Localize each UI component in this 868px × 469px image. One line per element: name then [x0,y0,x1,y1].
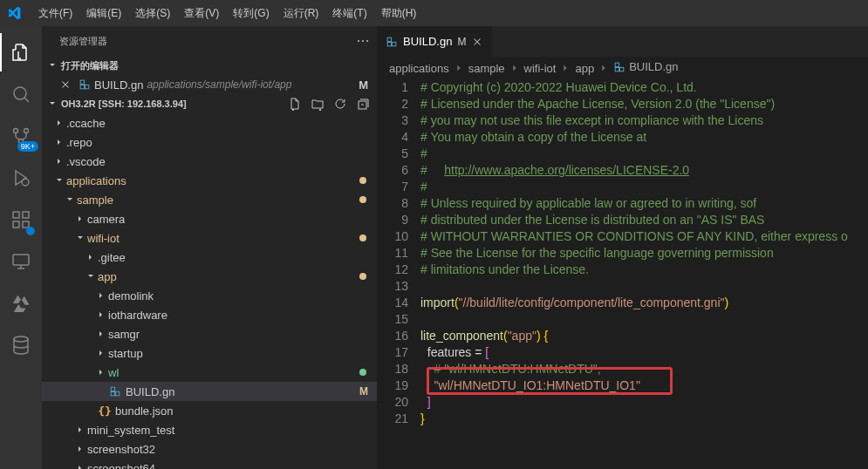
svg-rect-21 [387,37,391,41]
tree-item[interactable]: .gitee [42,248,377,267]
menu-item[interactable]: 运行(R) [277,3,326,24]
activity-bar: 9K+ [0,26,42,469]
line-gutter: 123456789101112131415161718192021 [377,79,420,469]
svg-point-13 [366,40,368,42]
scm-badge: 9K+ [17,141,38,152]
svg-point-10 [14,336,28,342]
tree-item[interactable]: .ccache [42,113,377,133]
svg-rect-16 [80,85,84,88]
tab-build-gn[interactable]: BUILD.gn M [377,26,493,57]
tree-item[interactable]: .vscode [42,152,377,171]
open-editor-item[interactable]: BUILD.gn applications/sample/wifi-iot/ap… [42,75,377,94]
new-file-icon[interactable] [288,97,302,111]
workspace-section[interactable]: OH3.2R [SSH: 192.168.3.94] [42,94,377,113]
menu-item[interactable]: 帮助(H) [374,3,424,24]
tree-item[interactable]: .repo [42,133,377,152]
breadcrumb-item[interactable]: BUILD.gn [613,60,678,76]
vscode-logo-icon [7,6,21,20]
sidebar: 资源管理器 打开的编辑器 BUILD.gn applications/sampl… [42,26,377,469]
svg-point-1 [14,129,18,133]
editor-tabs: BUILD.gn M [377,26,868,57]
tree-item[interactable]: {}bundle.json [42,401,377,420]
svg-point-12 [362,40,364,42]
tree-item[interactable]: BUILD.gnM [42,382,377,401]
file-icon [386,36,398,48]
more-actions-icon[interactable] [356,34,370,48]
breadcrumb[interactable]: applicationssamplewifi-iotappBUILD.gn [377,57,868,79]
tree-item[interactable]: app [42,267,377,286]
svg-rect-24 [615,63,619,66]
svg-rect-5 [13,212,19,218]
file-icon [79,78,91,91]
svg-rect-22 [392,42,395,45]
refresh-icon[interactable] [333,97,347,111]
menu-item[interactable]: 编辑(E) [79,3,128,24]
run-debug-tab[interactable] [0,159,42,197]
svg-rect-6 [13,221,19,228]
svg-rect-20 [111,391,114,395]
tree-item[interactable]: samgr [42,324,377,343]
svg-rect-26 [615,67,619,71]
editor-area: BUILD.gn M applicationssamplewifi-iotapp… [377,26,868,469]
code-lines[interactable]: # Copyright (c) 2020-2022 Huawei Device … [420,79,868,469]
breadcrumb-item[interactable]: applications [389,62,449,75]
tree-item[interactable]: applications [42,171,377,190]
tree-item[interactable]: camera [42,209,377,228]
drive-tab[interactable] [0,284,42,323]
new-folder-icon[interactable] [311,97,325,111]
sidebar-title: 资源管理器 [59,35,107,48]
svg-point-2 [24,129,29,133]
svg-rect-15 [85,85,88,88]
remote-explorer-tab[interactable] [0,242,42,281]
menu-item[interactable]: 转到(G) [226,3,276,24]
collapse-all-icon[interactable] [356,97,370,111]
tree-item[interactable]: mini_system_test [42,420,377,439]
svg-rect-19 [115,391,119,395]
svg-point-11 [358,40,359,42]
svg-rect-14 [80,80,84,84]
tree-item[interactable]: wl [42,363,377,382]
highlight-annotation [427,367,673,395]
breadcrumb-item[interactable]: sample [468,62,505,75]
svg-point-4 [22,179,29,186]
svg-point-0 [14,87,26,99]
tree-item[interactable]: wifi-iot [42,228,377,248]
source-control-tab[interactable]: 9K+ [0,117,42,155]
svg-rect-9 [13,255,29,265]
svg-rect-25 [620,67,624,71]
file-tree: .ccache.repo.vscodeapplicationssamplecam… [42,113,377,469]
search-tab[interactable] [0,75,42,113]
menu-item[interactable]: 选择(S) [128,3,177,24]
svg-rect-18 [111,387,114,391]
close-icon[interactable] [59,78,75,91]
tree-item[interactable]: screenshot32 [42,439,377,459]
close-icon[interactable] [471,36,483,48]
tree-item[interactable]: screenshot64 [42,459,377,469]
tree-item[interactable]: startup [42,343,377,363]
svg-rect-8 [23,212,29,218]
menu-item[interactable]: 查看(V) [177,3,226,24]
open-editors-section[interactable]: 打开的编辑器 [42,56,377,75]
breadcrumb-item[interactable]: wifi-iot [524,62,557,75]
breadcrumb-item[interactable]: app [575,62,594,75]
tree-item[interactable]: sample [42,190,377,209]
menu-item[interactable]: 终端(T) [325,3,373,24]
main-menu: 文件(F)编辑(E)选择(S)查看(V)转到(G)运行(R)终端(T)帮助(H) [31,3,423,24]
extensions-tab[interactable] [0,201,42,239]
svg-rect-23 [387,42,391,45]
database-tab[interactable] [0,326,42,364]
tree-item[interactable]: iothardware [42,305,377,324]
explorer-tab[interactable] [0,33,42,71]
tree-item[interactable]: demolink [42,286,377,305]
menu-item[interactable]: 文件(F) [31,3,79,24]
code-editor[interactable]: 123456789101112131415161718192021 # Copy… [377,79,868,469]
